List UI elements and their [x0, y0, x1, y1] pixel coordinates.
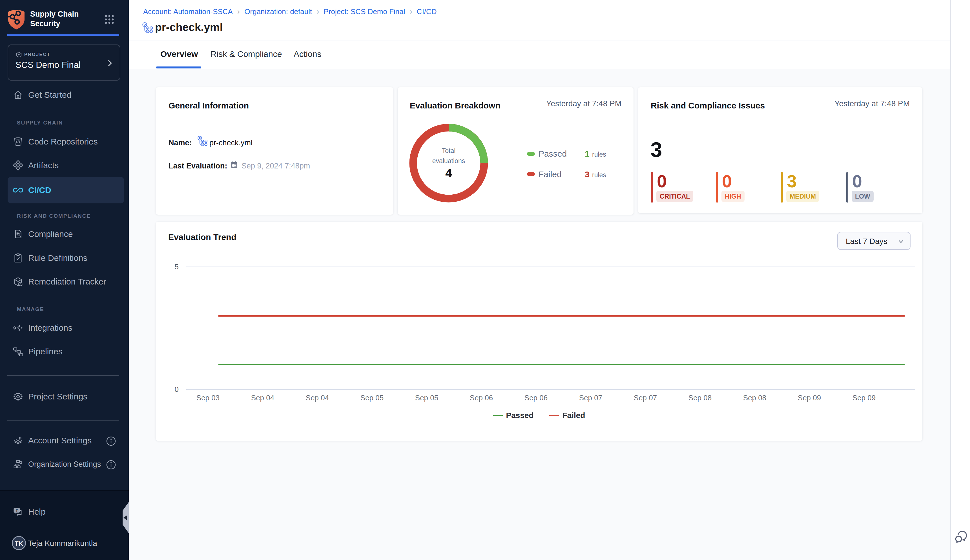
- svg-text:?: ?: [15, 508, 18, 512]
